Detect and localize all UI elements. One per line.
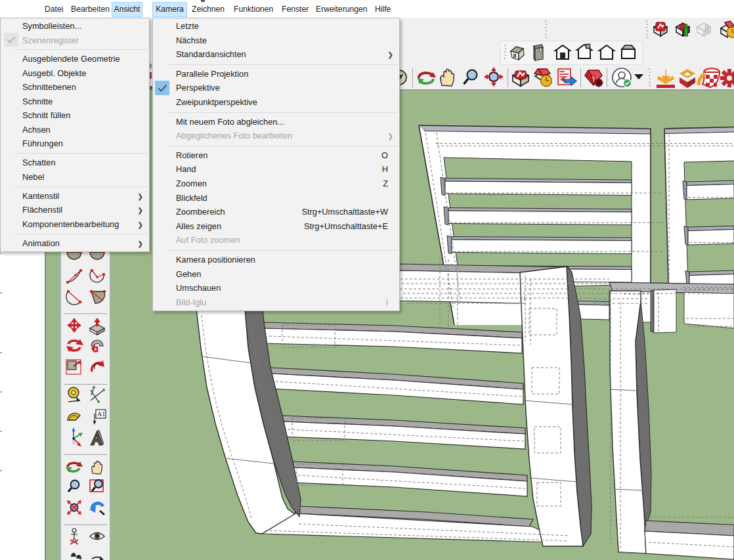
svg-text:A1: A1 — [97, 410, 105, 418]
